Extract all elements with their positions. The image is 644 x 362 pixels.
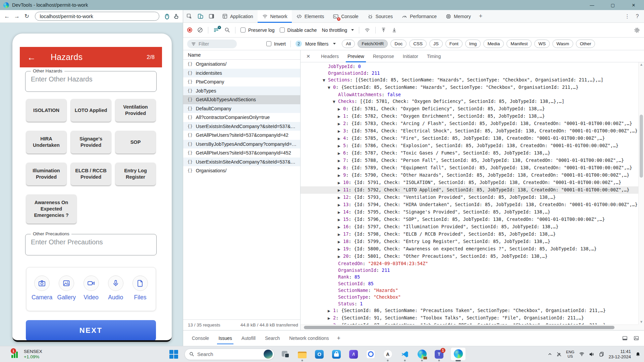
json-line[interactable]: ▶1: {SectionId: 86, SectionName: "Precau… [301,307,638,314]
hazard-button[interactable]: ISOLATION [26,99,66,122]
expand-arrow-icon[interactable]: ▼ [328,84,333,91]
expand-arrow-icon[interactable]: ▶ [328,315,333,322]
scrollbar-thumb[interactable] [304,326,614,329]
request-row[interactable]: {} All?contractorCompaniesOnly=true [183,113,300,122]
request-row[interactable]: {} GetAllPtwUsers?siteId=537&companyId=4… [183,148,300,158]
tab-memory[interactable]: Memory [441,10,475,22]
more-filters-dropdown[interactable]: More filters [305,41,328,47]
type-filter-pill[interactable]: Doc [390,40,407,48]
device-toolbar-icon[interactable] [197,13,204,19]
type-filter-pill[interactable]: JS [429,40,443,48]
hazard-button[interactable]: ELCB / RCCB Provided [71,163,111,185]
tab-timing[interactable]: Timing [423,50,445,62]
expand-arrow-icon[interactable]: ▶ [338,253,343,260]
json-line[interactable]: ▶1: {Id: 5782, Check: "Oxygen Enrichment… [301,113,638,120]
json-line[interactable]: ▶11: {Id: 5792, Check: "LOTO Applied", S… [301,186,638,194]
expand-arrow-icon[interactable]: ▶ [338,143,343,149]
forward-button[interactable]: → [13,13,21,20]
teams-icon[interactable]: T1 [433,347,445,362]
expand-arrow-icon[interactable]: ▼ [323,77,328,84]
json-line[interactable]: ▶2: {SectionId: 91, SectionName: "Toolbo… [301,314,638,322]
json-line[interactable]: AllowAttachments: false [301,91,638,98]
json-line[interactable]: SectionId: 85 [301,280,638,287]
json-line[interactable]: ▶0: {Id: 5781, Check: "Oxygen Deficiency… [301,105,638,113]
request-row[interactable]: {} PtwCompany [183,77,300,86]
url-bar[interactable]: localhost/permit-to-work [35,12,159,21]
drawer-tab[interactable]: Search [260,330,284,346]
type-filter-pill[interactable]: Manifest [506,40,532,48]
expand-arrow-icon[interactable]: ▶ [338,150,343,157]
tab-preview[interactable]: Preview [343,50,369,62]
expand-arrow-icon[interactable]: ▶ [338,187,343,194]
expand-arrow-icon[interactable]: ▶ [338,158,343,164]
request-row[interactable]: {} GetAllPtwUsers?siteId=537&companyId=4… [183,131,300,140]
json-line[interactable]: ▶20: {Id: 5801, Check: "Other Precaution… [301,253,638,260]
expand-arrow-icon[interactable]: ▶ [338,135,343,142]
request-row[interactable]: {} incidentsites [183,69,300,78]
hazard-button[interactable]: Illumination Provided [26,163,66,185]
language-indicator[interactable]: ENG US [566,350,575,359]
json-line[interactable]: ▼Checks: [{Id: 5781, Check: "Oxygen Defi… [301,98,638,105]
drawer-new-tab-button[interactable]: + [334,335,344,342]
expand-arrow-icon[interactable]: ▶ [338,165,343,172]
search-icon[interactable] [224,27,230,33]
request-row[interactable]: {} UserExistsInSiteAndCompany?&siteId=53… [183,158,300,167]
drawer-tab[interactable]: Issues [214,330,236,346]
json-line[interactable]: ▶8: {Id: 5789, Check: "Equipment fall", … [301,164,638,172]
json-line[interactable]: ▶17: {Id: 5798, Check: "ELCB / RCCB Prov… [301,231,638,238]
expand-arrow-icon[interactable]: ▶ [338,231,343,238]
settings-gear-icon[interactable] [634,27,640,33]
request-row[interactable]: {} UserExistsInSiteAndCompany?&siteId=53… [183,122,300,131]
tab-initiator[interactable]: Initiator [398,50,423,62]
json-line[interactable]: ▶4: {Id: 5785, Check: "Fire", SectionId:… [301,135,638,142]
files-button[interactable]: Files [132,276,148,311]
json-line[interactable]: ▶18: {Id: 5799, Check: "Entry Log Regist… [301,238,638,245]
request-row[interactable]: {} GetAllJobTypesAndSections [183,95,300,104]
type-filter-pill[interactable]: Font [445,40,463,48]
json-line[interactable]: OrganisationId: 211 [301,70,638,76]
expand-arrow-icon[interactable]: ▶ [338,209,343,216]
json-line[interactable]: ▶19: {Id: 5800, Check: "Awareness on exp… [301,245,638,253]
inspect-icon[interactable] [186,13,193,19]
type-filter-pill[interactable]: WS [534,40,550,48]
expand-arrow-icon[interactable]: ▶ [328,308,333,314]
json-line[interactable]: ▶3: {Id: 5784, Check: "Electrical Shock"… [301,127,638,135]
json-line[interactable]: Status: 1 [301,300,638,307]
name-column-header[interactable]: Name [183,50,300,60]
touch-icon[interactable] [172,13,180,20]
dock-side-icon[interactable] [622,335,628,341]
drawer-tab[interactable]: Autofill [237,330,260,346]
tray-pen-icon[interactable] [556,352,562,357]
tab-console[interactable]: ✕ Console [328,10,363,22]
tray-battery-icon[interactable] [599,351,604,357]
maximize-button[interactable]: ▢ [602,0,623,10]
hazard-button[interactable]: SOP [115,131,156,154]
json-line[interactable]: OrganisationId: 211 [301,267,638,274]
hazard-button[interactable]: Ventilation Provided [115,99,156,122]
outlook-icon[interactable]: O [313,347,326,362]
hazard-button[interactable]: Signage's Provided [71,131,111,154]
json-line[interactable]: SectionName: "Hazards" [301,287,638,294]
video-button[interactable]: Video [84,276,99,311]
scrollbar-thumb[interactable] [640,115,643,178]
expand-arrow-icon[interactable]: ▶ [338,113,343,120]
start-button[interactable] [167,347,180,362]
type-filter-pill[interactable]: Img [465,40,481,48]
expand-arrow-icon[interactable]: ▶ [338,128,343,135]
filter-input[interactable]: Filter [187,40,237,48]
request-row[interactable]: {} Organisations/ [183,60,300,69]
type-filter-pill[interactable]: Wasm [552,40,573,48]
json-line[interactable]: CreatedOn: "2024-09-03T04:23:54Z" [301,260,638,267]
invert-checkbox[interactable]: Invert [266,41,286,47]
notification-bell-icon[interactable] [635,352,641,357]
json-line[interactable]: JobTypeId: 0 [301,63,638,70]
expand-arrow-icon[interactable]: ▶ [338,180,343,186]
edge-active-icon[interactable] [450,347,467,362]
taskbar-search-box[interactable]: Search [184,349,274,360]
json-line[interactable]: ▶2: {Id: 5783, Check: "Arcing / Flash", … [301,120,638,127]
expand-arrow-icon[interactable]: ▶ [338,172,343,179]
expand-arrow-icon[interactable]: ▶ [338,121,343,127]
vertical-scrollbar[interactable]: ▲ ▼ [638,62,644,324]
tab-response[interactable]: Response [369,50,398,62]
request-row[interactable]: {} UsersByJobTypesAndCompany?companyId=… [183,140,300,149]
